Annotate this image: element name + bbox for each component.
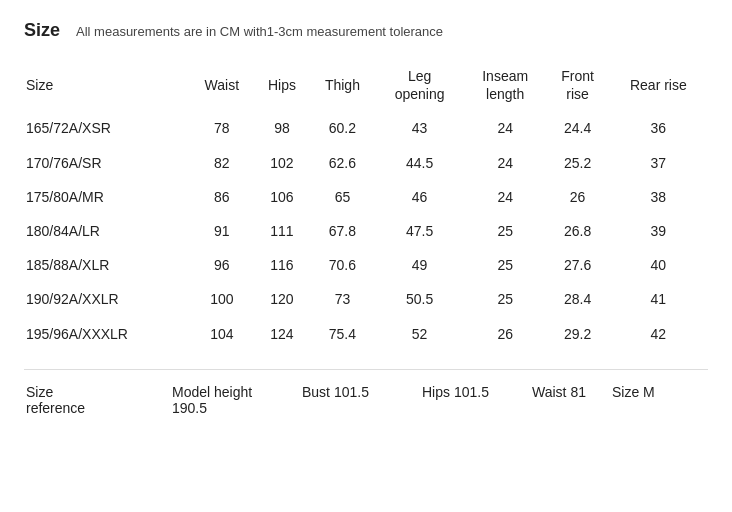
measurement-note: All measurements are in CM with1-3cm mea… xyxy=(76,24,443,39)
cell-rear_rise: 37 xyxy=(609,146,708,180)
header-section: Size All measurements are in CM with1-3c… xyxy=(24,20,708,41)
cell-thigh: 70.6 xyxy=(309,248,375,282)
cell-size: 190/92A/XXLR xyxy=(24,282,189,316)
footer-waist: Waist 81 xyxy=(524,380,604,404)
table-row: 185/88A/XLR9611670.6492527.640 xyxy=(24,248,708,282)
footer-model-height: Model height 190.5 xyxy=(164,380,294,420)
cell-front_rise: 29.2 xyxy=(546,317,608,351)
footer-bust: Bust 101.5 xyxy=(294,380,414,404)
cell-rear_rise: 40 xyxy=(609,248,708,282)
cell-rear_rise: 39 xyxy=(609,214,708,248)
cell-inseam_length: 25 xyxy=(464,248,547,282)
cell-size: 180/84A/LR xyxy=(24,214,189,248)
cell-front_rise: 26.8 xyxy=(546,214,608,248)
cell-hips: 116 xyxy=(254,248,309,282)
footer-section: Size reference Model height 190.5 Bust 1… xyxy=(24,369,708,420)
cell-thigh: 65 xyxy=(309,180,375,214)
table-row: 165/72A/XSR789860.2432424.436 xyxy=(24,111,708,145)
table-row: 180/84A/LR9111167.847.52526.839 xyxy=(24,214,708,248)
cell-leg_opening: 52 xyxy=(375,317,464,351)
cell-leg_opening: 46 xyxy=(375,180,464,214)
table-row: 170/76A/SR8210262.644.52425.237 xyxy=(24,146,708,180)
cell-waist: 96 xyxy=(189,248,254,282)
col-front-rise-header: Frontrise xyxy=(546,59,608,111)
cell-hips: 124 xyxy=(254,317,309,351)
cell-hips: 98 xyxy=(254,111,309,145)
cell-waist: 100 xyxy=(189,282,254,316)
cell-front_rise: 26 xyxy=(546,180,608,214)
cell-hips: 106 xyxy=(254,180,309,214)
cell-waist: 78 xyxy=(189,111,254,145)
cell-thigh: 62.6 xyxy=(309,146,375,180)
footer-size-m: Size M xyxy=(604,380,664,404)
cell-size: 170/76A/SR xyxy=(24,146,189,180)
col-inseam-header: Inseamlength xyxy=(464,59,547,111)
cell-rear_rise: 36 xyxy=(609,111,708,145)
col-leg-opening-header: Legopening xyxy=(375,59,464,111)
cell-inseam_length: 25 xyxy=(464,282,547,316)
cell-rear_rise: 41 xyxy=(609,282,708,316)
cell-waist: 86 xyxy=(189,180,254,214)
cell-inseam_length: 26 xyxy=(464,317,547,351)
cell-size: 175/80A/MR xyxy=(24,180,189,214)
cell-thigh: 73 xyxy=(309,282,375,316)
cell-leg_opening: 50.5 xyxy=(375,282,464,316)
col-hips-header: Hips xyxy=(254,59,309,111)
col-size-header: Size xyxy=(24,59,189,111)
cell-size: 185/88A/XLR xyxy=(24,248,189,282)
cell-front_rise: 27.6 xyxy=(546,248,608,282)
cell-hips: 111 xyxy=(254,214,309,248)
cell-size: 165/72A/XSR xyxy=(24,111,189,145)
table-row: 195/96A/XXXLR10412475.4522629.242 xyxy=(24,317,708,351)
cell-front_rise: 28.4 xyxy=(546,282,608,316)
col-rear-rise-header: Rear rise xyxy=(609,59,708,111)
cell-leg_opening: 47.5 xyxy=(375,214,464,248)
cell-rear_rise: 38 xyxy=(609,180,708,214)
col-waist-header: Waist xyxy=(189,59,254,111)
cell-inseam_length: 25 xyxy=(464,214,547,248)
cell-waist: 91 xyxy=(189,214,254,248)
col-thigh-header: Thigh xyxy=(309,59,375,111)
footer-size-reference: Size reference xyxy=(24,380,164,420)
table-row: 190/92A/XXLR1001207350.52528.441 xyxy=(24,282,708,316)
cell-inseam_length: 24 xyxy=(464,146,547,180)
size-title: Size xyxy=(24,20,60,41)
size-table: Size Waist Hips Thigh Legopening Inseaml… xyxy=(24,59,708,351)
cell-rear_rise: 42 xyxy=(609,317,708,351)
table-header-row: Size Waist Hips Thigh Legopening Inseaml… xyxy=(24,59,708,111)
cell-inseam_length: 24 xyxy=(464,111,547,145)
cell-waist: 82 xyxy=(189,146,254,180)
cell-waist: 104 xyxy=(189,317,254,351)
cell-inseam_length: 24 xyxy=(464,180,547,214)
cell-thigh: 75.4 xyxy=(309,317,375,351)
cell-hips: 102 xyxy=(254,146,309,180)
cell-thigh: 67.8 xyxy=(309,214,375,248)
table-row: 175/80A/MR861066546242638 xyxy=(24,180,708,214)
cell-hips: 120 xyxy=(254,282,309,316)
footer-hips: Hips 101.5 xyxy=(414,380,524,404)
cell-size: 195/96A/XXXLR xyxy=(24,317,189,351)
cell-thigh: 60.2 xyxy=(309,111,375,145)
cell-front_rise: 25.2 xyxy=(546,146,608,180)
cell-leg_opening: 43 xyxy=(375,111,464,145)
cell-front_rise: 24.4 xyxy=(546,111,608,145)
cell-leg_opening: 49 xyxy=(375,248,464,282)
cell-leg_opening: 44.5 xyxy=(375,146,464,180)
